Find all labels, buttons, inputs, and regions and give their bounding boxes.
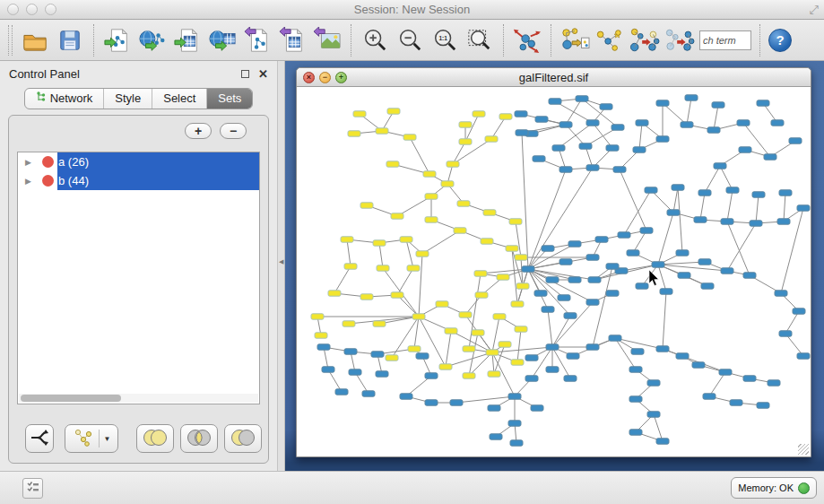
- new-network-selection-button[interactable]: [594, 24, 625, 56]
- graph-node-blue: [425, 400, 438, 405]
- graph-node-blue: [515, 111, 527, 117]
- tab-network[interactable]: Network: [25, 89, 104, 109]
- set-difference-button[interactable]: [224, 424, 262, 453]
- network-canvas[interactable]: [297, 87, 811, 456]
- toolbar-separator: [551, 24, 551, 56]
- scrollbar-thumb[interactable]: [21, 395, 121, 402]
- graph-node-blue: [516, 130, 528, 135]
- graph-node-yellow: [391, 213, 403, 219]
- network-window-titlebar[interactable]: × − + galFiltered.sif: [297, 68, 811, 87]
- graph-node-blue: [335, 389, 348, 395]
- zoom-fit-selected-button[interactable]: [464, 24, 495, 56]
- graph-node-blue: [508, 421, 521, 426]
- help-button[interactable]: ?: [768, 29, 792, 52]
- graph-node-blue: [676, 250, 689, 256]
- set-union-button[interactable]: [136, 424, 174, 453]
- tab-select[interactable]: Select: [152, 89, 206, 109]
- graph-node-yellow: [425, 194, 438, 199]
- split-pane-divider[interactable]: ◀: [278, 61, 285, 471]
- graph-node-yellow: [391, 292, 403, 298]
- fullscreen-icon[interactable]: ⤢: [810, 3, 819, 17]
- graph-node-blue: [676, 353, 689, 359]
- graph-node-blue: [546, 367, 559, 372]
- collapse-arrow-icon[interactable]: ◀: [279, 258, 283, 265]
- network-tab-icon: [36, 91, 46, 105]
- save-session-button[interactable]: [55, 24, 85, 56]
- create-set-dropdown-button[interactable]: ▼: [65, 424, 118, 453]
- export-table-button[interactable]: [277, 24, 308, 56]
- chevron-down-icon[interactable]: ▼: [104, 435, 111, 443]
- graph-node-blue: [609, 335, 621, 341]
- memory-status-button[interactable]: Memory: OK: [731, 477, 817, 499]
- import-network-file-button[interactable]: [102, 24, 133, 56]
- zoom-in-button[interactable]: [360, 24, 390, 56]
- graph-node-yellow: [408, 346, 421, 352]
- import-network-url-button[interactable]: [137, 24, 168, 56]
- apply-layout-button[interactable]: [512, 24, 542, 56]
- graph-node-blue: [600, 104, 612, 109]
- import-network-globe-icon: [138, 27, 167, 54]
- float-panel-icon[interactable]: [241, 70, 249, 78]
- graph-node-blue: [714, 163, 726, 169]
- frame-minimize-button[interactable]: −: [319, 72, 331, 83]
- frame-maximize-button[interactable]: +: [335, 72, 347, 83]
- graph-node-yellow: [493, 314, 506, 319]
- horizontal-scrollbar[interactable]: [19, 394, 258, 403]
- remove-set-button[interactable]: −: [220, 123, 247, 139]
- zoom-window-button[interactable]: [45, 4, 56, 15]
- network-window-title: galFiltered.sif: [519, 71, 588, 84]
- graph-node-blue: [629, 367, 642, 372]
- union-venn-icon: [140, 426, 170, 452]
- graph-node-yellow: [353, 111, 366, 117]
- minimize-window-button[interactable]: [26, 4, 38, 15]
- zoom-out-icon: [397, 28, 422, 53]
- new-network-selected-edges-button[interactable]: [664, 24, 695, 56]
- first-neighbors-button[interactable]: [559, 24, 590, 56]
- graph-node-yellow: [360, 203, 373, 208]
- add-set-button[interactable]: +: [185, 123, 212, 139]
- close-window-button[interactable]: [7, 4, 19, 15]
- list-item-set-b[interactable]: ▶ b (44): [18, 171, 259, 190]
- zoom-fit-icon: [466, 28, 493, 53]
- network-window[interactable]: × − + galFiltered.sif: [296, 67, 811, 457]
- new-network-selected-nodes-button[interactable]: [629, 24, 660, 56]
- graph-node-blue: [559, 167, 572, 172]
- list-item-set-a[interactable]: ▶ a (26): [18, 152, 259, 171]
- export-network-button[interactable]: [242, 24, 273, 56]
- search-input[interactable]: [699, 30, 751, 50]
- set-intersection-button[interactable]: [180, 424, 218, 453]
- open-file-button[interactable]: [20, 24, 50, 56]
- graph-node-blue: [317, 344, 330, 350]
- toolbar-separator: [351, 24, 351, 56]
- frame-close-button[interactable]: ×: [303, 72, 315, 83]
- import-table-file-button[interactable]: [172, 24, 203, 56]
- first-neighbors-icon: [559, 26, 590, 55]
- tab-sets[interactable]: Sets: [206, 89, 252, 109]
- close-panel-icon[interactable]: ✕: [258, 68, 268, 80]
- split-set-button[interactable]: [25, 424, 54, 453]
- resize-grip[interactable]: [798, 444, 809, 455]
- graph-node-blue: [764, 154, 776, 160]
- task-history-button[interactable]: [22, 478, 43, 499]
- zoom-out-button[interactable]: [395, 24, 425, 56]
- set-color-dot: [42, 156, 54, 168]
- graph-node-yellow: [499, 342, 511, 347]
- graph-node-blue: [349, 369, 361, 375]
- task-list-icon: [27, 481, 39, 496]
- graph-node-yellow: [407, 265, 420, 271]
- graph-node-blue: [618, 232, 630, 238]
- graph-node-yellow: [506, 246, 518, 251]
- zoom-actual-button[interactable]: 1:1: [429, 24, 460, 56]
- expander-icon[interactable]: ▶: [25, 158, 34, 167]
- graph-node-blue: [777, 219, 790, 224]
- tab-style[interactable]: Style: [103, 89, 152, 109]
- graph-node-yellow: [360, 294, 373, 300]
- toolbar-gripper[interactable]: [8, 25, 13, 56]
- graph-node-blue: [698, 190, 711, 196]
- toolbar-separator: [93, 24, 94, 56]
- import-table-url-button[interactable]: [207, 24, 238, 56]
- expander-icon[interactable]: ▶: [25, 177, 34, 186]
- export-image-button[interactable]: [312, 24, 343, 56]
- graph-node-blue: [629, 396, 642, 402]
- graph-node-blue: [640, 228, 653, 233]
